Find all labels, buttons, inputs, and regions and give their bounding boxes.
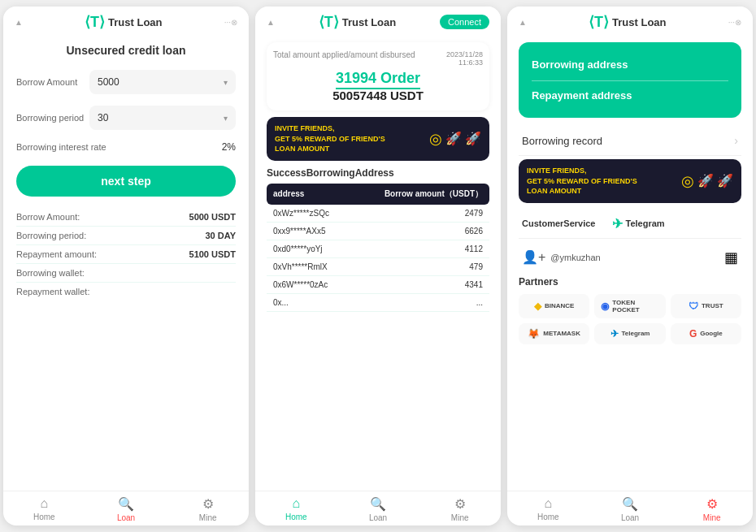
loan-icon-1: 🔍 [118,496,134,512]
borrow-amount-row: Borrow Amount 5000 ▾ [16,70,236,94]
partner-item[interactable]: GGoogle [671,323,741,344]
telegram-section: CustomerService ✈ Telegram [519,210,741,239]
nav-loan-label-1: Loan [117,513,135,522]
nav-mine-2[interactable]: ⚙ Mine [419,496,501,522]
telegram-icon: ✈ [612,216,623,231]
partner-item[interactable]: 🛡TRUST [671,294,741,318]
nav-bar-2: ⌂ Home 🔍 Loan ⚙ Mine [255,491,501,526]
nav-home-label-3: Home [537,513,559,521]
partner-item[interactable]: ◉TOKEN POCKET [594,294,665,318]
telegram-link[interactable]: ✈ Telegram [612,216,665,231]
sum-row-3: Borrowing wallet: [16,264,236,283]
table-row: 0x...... [267,293,489,311]
period-row: Borrowing period 30 ▾ [16,106,236,130]
nav-mine-1[interactable]: ⚙ Mine [167,496,249,522]
invite-banner-3[interactable]: INVITE FRIENDS, GET 5% REWARD OF FRIEND'… [519,159,741,203]
partner-icon: 🛡 [689,301,698,312]
address-cell: 0xWz*****zSQc [267,205,352,223]
nav-home-3[interactable]: ⌂ Home [507,496,589,522]
partner-item[interactable]: ◆BINANCE [519,294,589,318]
invite-text-3-1: INVITE FRIENDS, [527,166,637,176]
rocket-icon-3: 🚀 [697,173,714,188]
amount-cell: 2479 [352,205,489,223]
borrow-table: address Borrow amount（USDT） 0xWz*****zSQ… [267,184,489,312]
nav-mine-label-3: Mine [703,513,721,522]
partners-section: Partners ◆BINANCE◉TOKEN POCKET🛡TRUST🦊MET… [519,276,741,344]
period-arrow: ▾ [224,114,228,123]
logo-panel3: ⟨T⟩ Trust Loan [589,13,666,31]
nav-loan-3[interactable]: 🔍 Loan [589,496,671,522]
partner-icon: 🦊 [528,328,540,340]
borrow-amount-label: Borrow Amount [16,77,89,87]
signal-icon-1: ▲ [15,18,23,27]
nav-home-1[interactable]: ⌂ Home [3,496,85,522]
order-count: 31994 Order [336,70,420,89]
home-icon-3: ⌂ [545,496,553,511]
username: @ymkuzhan [550,253,600,262]
mine-icon-3: ⚙ [706,496,718,512]
user-info: 👤+ @ymkuzhan [522,249,601,265]
mine-icon-2: ⚙ [454,496,466,512]
partner-name: TOKEN POCKET [612,299,658,314]
total-amount: 50057448 USDT [273,89,483,102]
app-name-3: Trust Loan [612,16,666,28]
sum-row-2: Repayment amount: 5100 USDT [16,245,236,264]
period-value: 30 [98,112,108,123]
customer-service-label: CustomerService [522,218,596,228]
amount-cell: 479 [352,257,489,275]
interest-value: 2% [222,141,236,153]
period-input[interactable]: 30 ▾ [89,106,236,130]
next-step-button[interactable]: next step [16,166,236,197]
partner-name: Google [700,330,723,337]
repayment-address-item[interactable]: Repayment address [532,80,728,106]
sum-value-1: 30 DAY [205,231,236,240]
partner-name: METAMASK [543,330,580,337]
nav-mine-3[interactable]: ⚙ Mine [671,496,753,522]
nav-loan-2[interactable]: 🔍 Loan [337,496,419,522]
table-col1-header: address [267,184,352,205]
header-signal-2: ▲ [267,18,275,27]
amount-cell: 4112 [352,240,489,257]
loan-icon-3: 🔍 [622,496,638,512]
panel1-content: Unsecured credit loan Borrow Amount 5000… [3,36,249,491]
sum-row-0: Borrow Amount: 5000 USDT [16,208,236,227]
partner-name: BINANCE [545,302,574,309]
app-name-1: Trust Loan [108,16,162,28]
nav-home-2[interactable]: ⌂ Home [255,496,337,522]
amount-cell: 4341 [352,275,489,293]
partner-icon: ✈ [610,328,619,340]
header-more-1[interactable]: ···⊗ [224,18,237,27]
borrow-amount-input[interactable]: 5000 ▾ [89,70,236,94]
sum-label-4: Repayment wallet: [16,287,90,296]
nav-mine-label-2: Mine [451,513,469,522]
partner-item[interactable]: ✈Telegram [594,323,665,344]
partner-item[interactable]: 🦊METAMASK [519,323,589,344]
invite-text-2-2: GET 5% REWARD OF FRIEND'S [275,134,385,145]
nav-home-label-2: Home [285,513,307,521]
connect-button[interactable]: Connect [440,15,489,29]
sum-row-4: Repayment wallet: [16,283,236,301]
record-chevron-icon: › [734,134,738,147]
amount-cell: ... [352,293,489,311]
invite-text-2-1: INVITE FRIENDS, [275,123,385,134]
nav-loan-1[interactable]: 🔍 Loan [85,496,167,522]
nav-loan-label-3: Loan [621,513,639,522]
header-more-3[interactable]: ···⊗ [728,18,741,27]
home-icon-2: ⌂ [293,496,301,511]
header-panel3: ▲ ⟨T⟩ Trust Loan ···⊗ [507,6,753,36]
borrowing-address-item[interactable]: Borrowing address [532,54,728,76]
borrowing-record-row[interactable]: Borrowing record › [519,126,741,156]
invite-banner-2[interactable]: INVITE FRIENDS, GET 5% REWARD OF FRIEND'… [267,117,489,161]
user-row: 👤+ @ymkuzhan ▦ [519,245,741,270]
address-cell: 0x... [267,293,352,311]
sum-label-3: Borrowing wallet: [16,268,85,278]
app-name-2: Trust Loan [342,16,396,28]
telegram-label: Telegram [626,218,665,228]
mine-icon-1: ⚙ [202,496,214,512]
panel3-content: Borrowing address Repayment address Borr… [507,36,753,491]
total-section: Total amount applied/amount disbursed 20… [267,42,489,110]
panel-1: ▲ ⟨T⟩ Trust Loan ···⊗ Unsecured credit l… [3,6,249,526]
green-address-card[interactable]: Borrowing address Repayment address [519,42,741,118]
qr-code-icon[interactable]: ▦ [724,249,738,266]
nav-bar-3: ⌂ Home 🔍 Loan ⚙ Mine [507,491,753,526]
